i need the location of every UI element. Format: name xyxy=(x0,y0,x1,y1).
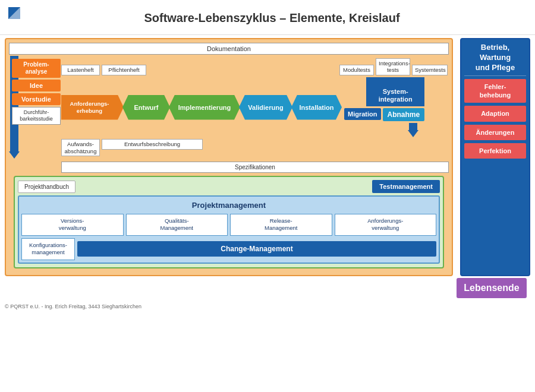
pm-area: Projekthandbuch Testmanagement Projektma… xyxy=(14,176,444,268)
entwurfsbeschr-label: Entwurfsbeschreibung xyxy=(102,139,203,149)
vorstudie-box: Vorstudie xyxy=(12,93,61,105)
anforderungs-box: Anforderungs- verwaltung xyxy=(335,214,437,236)
testmanagement-box: Testmanagement xyxy=(372,180,440,193)
spezi-bar: Spezifikationen xyxy=(61,162,449,173)
main-container: Software-Lebenszyklus – Elemente, Kreisl… xyxy=(0,0,535,392)
durchfuehr-box: Durchführ- barkeitsstudie xyxy=(12,107,61,125)
left-boxes: Problem- analyse Idee Vorstudie Durchfüh… xyxy=(12,59,61,125)
adaption-box: Adaption xyxy=(464,106,526,121)
aufwands-label: Aufwands- abschätzung xyxy=(61,139,100,156)
aenderungen-box: Änderungen xyxy=(464,125,526,140)
arrow-systemintegration: System- integration xyxy=(366,77,424,107)
pm-block: Projektmanagement Versions- verwaltung Q… xyxy=(18,195,440,263)
arrow-installation: Installation xyxy=(291,95,342,120)
pm-sub-row: Versions- verwaltung Qualitäts- Manageme… xyxy=(21,214,436,236)
pm-title: Projektmanagement xyxy=(21,199,436,211)
lebensende-box: Lebensende xyxy=(457,278,527,298)
abnahme-box: Abnahme xyxy=(383,108,425,121)
betrieb-column: Betrieb, Wartung und Pflege Fehler- behe… xyxy=(460,38,530,276)
down-arrow-right xyxy=(408,123,418,137)
fehlerbehebung-box: Fehler- behebung xyxy=(464,79,526,103)
idee-box: Idee xyxy=(12,80,61,91)
footer: © PQRST e.U. - Ing. Erich Freitag, 3443 … xyxy=(0,301,535,312)
migration-box: Migration xyxy=(344,108,381,120)
perfektion-box: Perfektion xyxy=(464,143,526,159)
integrationstests-label: Integrations- tests xyxy=(376,58,410,75)
release-box: Release- Management xyxy=(230,214,332,236)
logo-icon xyxy=(6,5,39,31)
systemtests-label: Systemtests xyxy=(412,65,448,75)
modultests-label: Modultests xyxy=(339,65,374,75)
doku-bar: Dokumentation xyxy=(9,43,449,55)
pm-top-row: Projekthandbuch Testmanagement xyxy=(18,180,440,193)
header: Software-Lebenszyklus – Elemente, Kreisl… xyxy=(0,0,535,35)
arrow-implementierung: Implementierung xyxy=(169,95,240,120)
konfig-box: Konfigurations- management xyxy=(21,238,75,260)
change-box: Change-Management xyxy=(77,241,436,257)
projekthandbuch-box: Projekthandbuch xyxy=(18,181,75,193)
page-title: Software-Lebenszyklus – Elemente, Kreisl… xyxy=(51,11,493,25)
versions-box: Versions- verwaltung xyxy=(21,214,124,236)
problem-box: Problem- analyse xyxy=(12,59,61,78)
lastenheft-label: Lastenheft xyxy=(61,65,100,75)
betrieb-title: Betrieb, Wartung und Pflege xyxy=(464,43,526,76)
pflichtenheft-label: Pflichtenheft xyxy=(102,65,146,75)
qualitaets-box: Qualitäts- Management xyxy=(126,214,228,236)
lifecycle-area: Dokumentation Problem- analyse Idee Vors… xyxy=(5,38,453,276)
arrow-anforderung: Anforderungs- erhebung xyxy=(61,95,124,120)
change-row: Konfigurations- management Change-Manage… xyxy=(21,238,436,260)
arrow-validierung: Validierung xyxy=(239,95,292,120)
arrow-entwurf: Entwurf xyxy=(122,95,170,120)
